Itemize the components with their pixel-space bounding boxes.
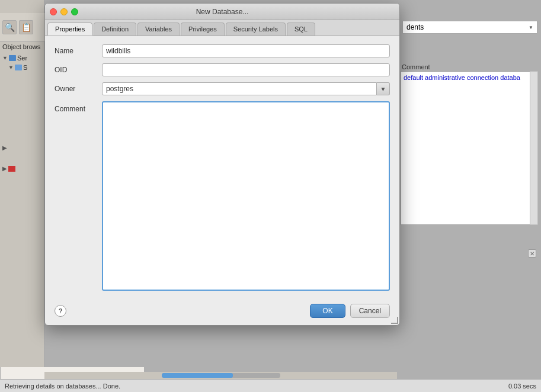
right-panel-dropdown[interactable]: dents ▼ <box>402 21 537 34</box>
name-row: Name <box>55 44 390 57</box>
error-icon <box>8 166 15 172</box>
dialog-title: New Database... <box>196 8 249 16</box>
status-text-right: 0.03 secs <box>508 383 536 390</box>
right-arrow-icon-2: ▶ <box>2 165 7 172</box>
right-comment-label: Comment <box>402 63 430 70</box>
server-icon-2 <box>15 65 22 70</box>
ok-button[interactable]: OK <box>310 304 345 318</box>
name-label: Name <box>55 47 102 55</box>
minimize-button[interactable] <box>60 8 68 15</box>
dialog-footer: ? OK Cancel <box>45 299 399 325</box>
resize-handle[interactable] <box>391 317 398 324</box>
progress-bar-fill <box>162 373 233 378</box>
tree-item-s[interactable]: ▼ S <box>0 63 44 72</box>
right-panel-close-button[interactable]: ✕ <box>528 249 536 258</box>
right-dropdown-value: dents <box>406 23 424 31</box>
tab-bar: Properties Definition Variables Privileg… <box>45 20 399 36</box>
title-bar: New Database... <box>45 4 399 20</box>
owner-wrapper: ▼ <box>102 82 390 95</box>
comment-row: Comment <box>55 101 390 291</box>
tab-properties[interactable]: Properties <box>47 23 92 36</box>
oid-row: OID <box>55 63 390 76</box>
progress-bar-track <box>162 373 280 378</box>
tree-expand-arrow-2[interactable]: ▶ <box>0 164 44 173</box>
footer-buttons: OK Cancel <box>310 304 390 318</box>
owner-dropdown-button[interactable]: ▼ <box>377 82 390 95</box>
toolbar-icon-1[interactable]: 🔍 <box>2 20 17 34</box>
owner-input[interactable] <box>102 82 377 95</box>
close-button[interactable] <box>50 8 57 15</box>
help-button[interactable]: ? <box>55 305 66 317</box>
oid-label: OID <box>55 66 102 74</box>
owner-label: Owner <box>55 85 102 93</box>
dialog-content: Name OID Owner ▼ Comment <box>45 36 399 299</box>
right-text-content: default administrative connection databa <box>404 74 520 81</box>
dialog: New Database... Properties Definition Va… <box>44 3 400 326</box>
status-bar: Retrieving details on databases... Done.… <box>0 379 541 392</box>
dropdown-chevron-icon: ▼ <box>380 86 386 92</box>
status-text-left: Retrieving details on databases... Done. <box>5 383 120 390</box>
collapse-arrow-icon-2: ▼ <box>8 65 14 70</box>
tree-item-label: Ser <box>17 54 27 62</box>
tab-privileges[interactable]: Privileges <box>181 23 225 36</box>
tab-variables[interactable]: Variables <box>137 23 180 36</box>
right-scrollbar[interactable] <box>530 71 538 225</box>
toolbar: 🔍 📋 <box>0 13 44 41</box>
tab-definition[interactable]: Definition <box>94 23 136 36</box>
progress-area <box>44 372 397 379</box>
maximize-button[interactable] <box>71 8 78 15</box>
tree-item-ser[interactable]: ▼ Ser <box>0 53 44 63</box>
tab-security-labels[interactable]: Security Labels <box>226 23 286 36</box>
tree-item-label-2: S <box>23 64 27 71</box>
dropdown-arrow-icon: ▼ <box>529 25 533 30</box>
collapse-arrow-icon: ▼ <box>2 55 8 61</box>
right-arrow-icon: ▶ <box>2 144 7 151</box>
cancel-button[interactable]: Cancel <box>350 304 390 318</box>
tree-area: ▼ Ser ▼ S ▶ ▶ <box>0 53 44 173</box>
server-icon <box>9 55 16 61</box>
toolbar-icon-2[interactable]: 📋 <box>19 20 33 34</box>
right-text-area: default administrative connection databa <box>401 71 538 225</box>
tab-sql[interactable]: SQL <box>287 23 315 36</box>
comment-label: Comment <box>55 101 102 113</box>
name-input[interactable] <box>102 44 390 57</box>
oid-input[interactable] <box>102 63 390 76</box>
object-browser-label: Object brows <box>2 43 40 50</box>
tree-expand-arrow-1[interactable]: ▶ <box>0 143 44 152</box>
owner-row: Owner ▼ <box>55 82 390 95</box>
title-bar-buttons <box>50 8 78 15</box>
comment-textarea[interactable] <box>102 101 390 291</box>
